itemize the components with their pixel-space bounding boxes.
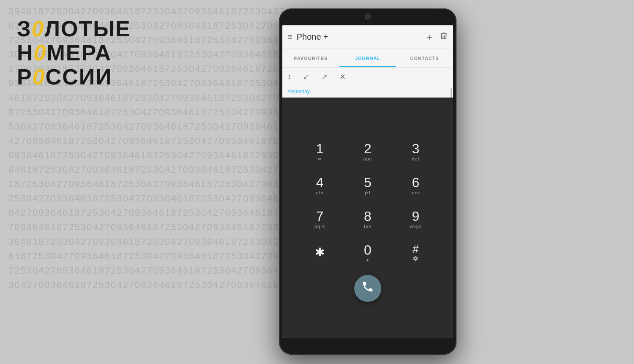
phone-wrapper: ≡ Phone + + FAVOURITES JOURNAL [245, 0, 490, 364]
close-filter-icon[interactable]: ✕ [339, 72, 346, 81]
dial-key-2[interactable]: 2 abc [344, 135, 391, 168]
add-icon[interactable]: + [427, 31, 433, 43]
sort-filter-icon[interactable]: ↕ [287, 72, 291, 81]
delete-icon[interactable] [440, 32, 448, 42]
dial-key-hash[interactable]: # [392, 236, 440, 270]
dial-key-1[interactable]: 1 ∞ [296, 135, 344, 168]
logo: З0ЛОТЫЕ Н0МЕРА Р0ССИИ [17, 17, 131, 90]
dial-key-star[interactable]: ✱ [296, 236, 344, 270]
dial-key-0[interactable]: 0 + [344, 236, 391, 270]
phone-device: ≡ Phone + + FAVOURITES JOURNAL [279, 8, 456, 355]
tab-bar: FAVOURITES JOURNAL CONTACTS [282, 49, 453, 68]
logo-line2: Н0МЕРА [17, 41, 131, 65]
tab-journal[interactable]: JOURNAL [339, 49, 396, 67]
call-button-wrap [354, 270, 381, 305]
tab-favourites[interactable]: FAVOURITES [282, 49, 339, 67]
incoming-filter-icon[interactable]: ↙ [303, 72, 309, 81]
dial-area: 1 ∞ 2 abc 3 def 4 ghi [282, 98, 453, 338]
app-title: Phone + [297, 32, 427, 42]
dial-key-7[interactable]: 7 pqrs [296, 202, 344, 236]
logo-line1: З0ЛОТЫЕ [17, 17, 131, 41]
dialpad: 1 ∞ 2 abc 3 def 4 ghi [296, 135, 440, 270]
logo-line3: Р0ССИИ [17, 65, 131, 89]
dial-key-3[interactable]: 3 def [392, 135, 440, 168]
filter-bar: ↕ ↙ ↗ ✕ [282, 68, 453, 86]
app-header: ≡ Phone + + [282, 25, 453, 49]
header-actions: + [427, 31, 448, 43]
outgoing-filter-icon[interactable]: ↗ [321, 72, 328, 81]
dial-key-8[interactable]: 8 tuv [344, 202, 391, 236]
phone-camera [365, 14, 371, 19]
phone-icon [361, 280, 374, 296]
dial-key-6[interactable]: 6 mno [392, 168, 440, 202]
section-yesterday: Yesterday [282, 86, 453, 98]
menu-icon[interactable]: ≡ [287, 32, 292, 42]
dial-key-4[interactable]: 4 ghi [296, 168, 344, 202]
app-screen: ≡ Phone + + FAVOURITES JOURNAL [282, 25, 453, 338]
dial-key-9[interactable]: 9 wxyz [392, 202, 440, 236]
dial-key-5[interactable]: 5 jkl [344, 168, 391, 202]
call-button[interactable] [354, 275, 381, 302]
tab-contacts[interactable]: CONTACTS [396, 49, 453, 67]
